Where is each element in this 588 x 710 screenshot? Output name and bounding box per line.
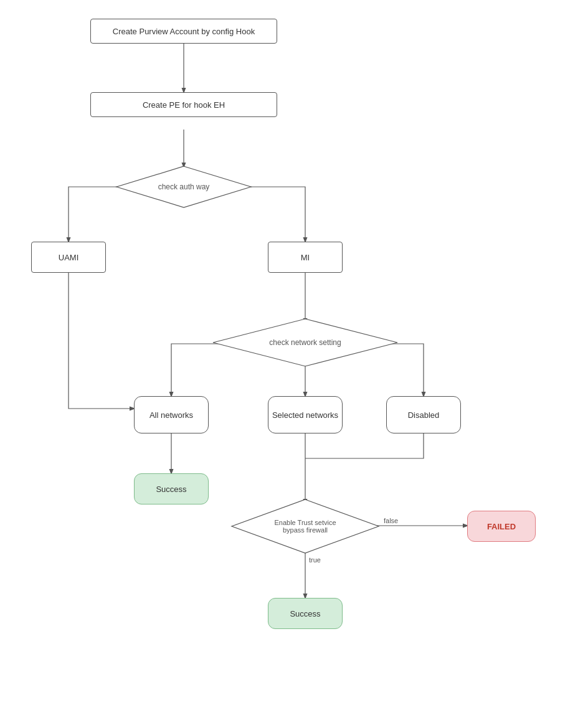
- check-auth-diamond: check auth way: [115, 165, 252, 209]
- uami-node: UAMI: [31, 242, 106, 273]
- all-networks-node: All networks: [134, 396, 209, 433]
- disabled-node: Disabled: [386, 396, 461, 433]
- mi-node: MI: [268, 242, 343, 273]
- enable-trust-diamond: Enable Trust setvice bypass firewall: [230, 498, 380, 554]
- success-top-node: Success: [134, 473, 209, 504]
- check-network-diamond: check network setting: [212, 318, 399, 367]
- success-bottom-node: Success: [268, 598, 343, 629]
- create-purview-node: Create Purview Account by config Hook: [90, 19, 277, 44]
- selected-networks-node: Selected networks: [268, 396, 343, 433]
- false-label: false: [384, 517, 398, 524]
- failed-node: FAILED: [467, 511, 536, 542]
- true-label: true: [309, 556, 321, 564]
- flowchart-diagram: Create Purview Account by config Hook Cr…: [0, 0, 588, 710]
- create-pe-node: Create PE for hook EH: [90, 92, 277, 117]
